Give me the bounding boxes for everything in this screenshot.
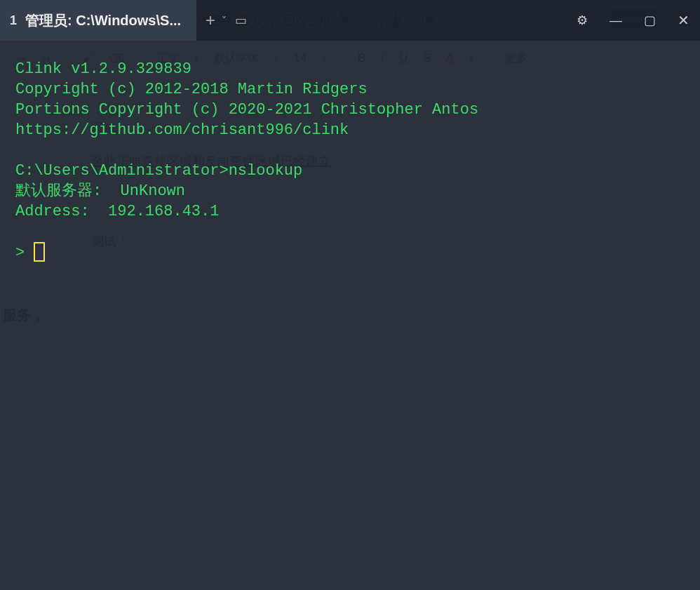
new-tab-button[interactable]: +: [196, 11, 224, 30]
tab-dropdown-icon[interactable]: ˅: [222, 15, 227, 26]
split-pane-icon[interactable]: ▭: [227, 13, 255, 28]
minimize-button[interactable]: —: [599, 0, 633, 41]
close-button[interactable]: ✕: [666, 0, 700, 41]
terminal-output[interactable]: Clink v1.2.9.329839 Copyright (c) 2012-2…: [0, 41, 700, 590]
console-prompt-line: C:\Users\Administrator>nslookup: [15, 162, 302, 180]
console-line: https://github.com/chrisant996/clink: [15, 121, 349, 139]
settings-icon[interactable]: ⚙: [565, 0, 599, 41]
console-line: Portions Copyright (c) 2020-2021 Christo…: [15, 101, 478, 119]
maximize-button[interactable]: ▢: [633, 0, 666, 41]
cursor: [34, 242, 45, 262]
console-line: Clink v1.2.9.329839: [15, 60, 191, 78]
terminal-titlebar[interactable]: 1 管理员: C:\Windows\S... + ˅ ▭ ⚙ — ▢ ✕: [0, 0, 700, 41]
console-subprompt: >: [15, 244, 34, 262]
terminal-tab[interactable]: 1 管理员: C:\Windows\S...: [0, 0, 196, 41]
console-line: Copyright (c) 2012-2018 Martin Ridgers: [15, 81, 368, 98]
tab-index: 1: [10, 13, 17, 28]
console-line: Address: 192.168.43.1: [15, 203, 219, 220]
console-line: 默认服务器: UnKnown: [15, 182, 185, 200]
tab-title: 管理员: C:\Windows\S...: [25, 11, 181, 30]
terminal-window: 1 管理员: C:\Windows\S... + ˅ ▭ ⚙ — ▢ ✕ Cli…: [0, 0, 700, 590]
